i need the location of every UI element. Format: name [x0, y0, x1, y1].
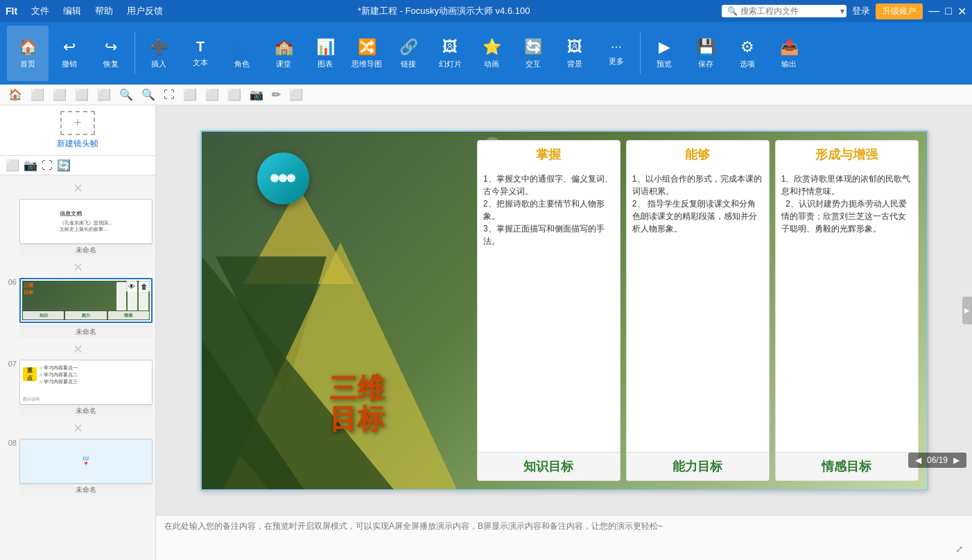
- notes-input[interactable]: [164, 520, 964, 555]
- maximize-button[interactable]: □: [945, 5, 952, 18]
- slide-label-08: 未命名: [19, 484, 153, 496]
- home-sub-icon[interactable]: 🏠: [6, 87, 25, 103]
- minimize-button[interactable]: —: [928, 5, 939, 18]
- toolbar-undo[interactable]: ↩ 撤销: [49, 26, 90, 81]
- layer-icon[interactable]: ⬜: [225, 87, 244, 103]
- toolbar-background-label: 背景: [567, 59, 582, 69]
- col-footer-1: 知识目标: [478, 452, 620, 480]
- menu-edit[interactable]: 编辑: [60, 3, 84, 19]
- slide-item-08-wrap: 08 02📍 未命名: [3, 439, 153, 496]
- toolbar-chart[interactable]: 📊 图表: [304, 26, 346, 81]
- toolbar-preview[interactable]: ▶ 预览: [643, 26, 685, 81]
- slide-title-line1: 三维: [216, 373, 499, 403]
- grid-icon[interactable]: ⬜: [202, 87, 222, 103]
- toolbar-more[interactable]: ⋯ 更多: [596, 26, 637, 81]
- toolbar-slideshow[interactable]: 🖼 幻灯片: [429, 26, 471, 81]
- toolbar-interact[interactable]: 🔄 交互: [512, 26, 554, 81]
- thumb-del-btn[interactable]: 🗑: [139, 281, 150, 292]
- thumb-eye-btn[interactable]: 👁: [126, 281, 137, 292]
- toolbar-save[interactable]: 💾 保存: [685, 26, 727, 81]
- notes-expand-button[interactable]: ⤢: [955, 543, 964, 554]
- col-body-3: 1、欣赏诗歌里体现的浓郁的民歌气息和抒情意味。 2、认识封建势力扼杀劳动人民爱情…: [776, 168, 918, 452]
- toolbar-home[interactable]: 🏠 首页: [7, 26, 49, 81]
- search-icon: 🔍: [727, 6, 738, 16]
- edit-icon[interactable]: ⬜: [286, 87, 306, 103]
- zoom-out-icon[interactable]: 🔍: [139, 87, 158, 103]
- zoom-in-icon[interactable]: 🔍: [116, 87, 136, 103]
- col-card-1[interactable]: 掌握 1、掌握文中的通假字、偏义复词、古今异义词。 2、把握诗歌的主要情节和人物…: [477, 140, 620, 481]
- search-input[interactable]: [740, 6, 838, 16]
- slide-canvas[interactable]: 6 三维 目标 掌握 1、掌握文中的通假字、偏义复词、古今异义词。 2、把握诗歌: [200, 130, 928, 491]
- menu-help[interactable]: 帮助: [92, 3, 116, 19]
- toolbar-classroom[interactable]: 🏫 课堂: [263, 26, 304, 81]
- toolbar-mindmap[interactable]: 🔀 思维导图: [346, 26, 388, 81]
- toolbar-background[interactable]: 🖼 背景: [554, 26, 596, 81]
- prev-page-btn[interactable]: ◀: [915, 455, 921, 465]
- toolbar-separator-2: [640, 33, 641, 74]
- canvas-content[interactable]: 6 三维 目标 掌握 1、掌握文中的通假字、偏义复词、古今异义词。 2、把握诗歌: [156, 105, 972, 515]
- copy-frame-icon[interactable]: ⬜: [50, 87, 69, 103]
- window-controls: — □ ✕: [928, 5, 966, 18]
- toolbar-character[interactable]: 👤 角色: [221, 26, 263, 81]
- col-card-2[interactable]: 能够 1、以小组合作的形式，完成本课的词语积累。 2、 指导学生反复朗读课文和分…: [626, 140, 770, 481]
- slideshow-icon: 🖼: [442, 38, 458, 56]
- toolbar-redo-label: 恢复: [103, 59, 119, 69]
- redo-icon: ↪: [105, 38, 117, 56]
- loop-tool[interactable]: 🔄: [57, 159, 71, 172]
- slide-num-07: 07: [3, 360, 17, 368]
- menu-file[interactable]: 文件: [28, 3, 52, 19]
- toolbar-more-label: 更多: [609, 56, 624, 67]
- main-toolbar: 🏠 首页 ↩ 撤销 ↪ 恢复 ➕ 插入 T 文本 👤 角色 🏫 课堂 📊 图表 …: [0, 22, 972, 85]
- slide-label-05: 未命名: [19, 244, 153, 256]
- fit-tool[interactable]: ⛶: [42, 159, 53, 172]
- left-decoration: 6 三维 目标: [202, 132, 506, 489]
- toolbar-link[interactable]: 🔗 链接: [388, 26, 429, 81]
- chart-icon: 📊: [316, 38, 335, 56]
- copy-frame-tool[interactable]: ⬜: [6, 159, 19, 172]
- toolbar-redo[interactable]: ↪ 恢复: [90, 26, 132, 81]
- classroom-icon: 🏫: [275, 38, 293, 56]
- slide-thumb-06[interactable]: 三维目标 知识 能力 情感: [19, 278, 153, 323]
- cut-icon[interactable]: ⬜: [72, 87, 92, 103]
- toolbar-insert[interactable]: ➕ 插入: [138, 26, 180, 81]
- frame-icon[interactable]: ⬜: [28, 87, 47, 103]
- camera-icon[interactable]: 📷: [247, 87, 266, 103]
- camera-tool[interactable]: 📷: [24, 159, 37, 172]
- slide-thumb-08[interactable]: 02📍: [19, 439, 153, 484]
- pen-icon[interactable]: ✏: [269, 87, 284, 103]
- columns-area: 掌握 1、掌握文中的通假字、偏义复词、古今异义词。 2、把握诗歌的主要情节和人物…: [477, 132, 927, 489]
- menu-feedback[interactable]: 用户反馈: [124, 3, 166, 19]
- toolbar-link-label: 链接: [401, 59, 416, 69]
- new-frame-button[interactable]: 新建镜头帧: [57, 111, 98, 150]
- search-dropdown-icon[interactable]: ▾: [840, 6, 844, 16]
- animation-icon: ⭐: [483, 38, 501, 56]
- app-logo: FIt: [6, 6, 17, 17]
- toolbar-export[interactable]: 📤 输出: [768, 26, 810, 81]
- toolbar-export-label: 输出: [781, 59, 797, 69]
- login-button[interactable]: 登录: [852, 5, 870, 17]
- slide-label-07: 未命名: [19, 405, 153, 417]
- toolbar-animation[interactable]: ⭐ 动画: [471, 26, 512, 81]
- search-box[interactable]: 🔍 ▾: [722, 5, 847, 17]
- next-page-btn[interactable]: ▶: [953, 455, 960, 465]
- slide-title-area: 三维 目标: [216, 373, 499, 434]
- page-indicator: ◀ 06/19 ▶: [908, 453, 966, 468]
- close-button[interactable]: ✕: [957, 5, 966, 18]
- main-area: 新建镜头帧 ⬜ 📷 ⛶ 🔄 ✕ 信息文档 《孔雀东南飞》: [0, 105, 972, 560]
- notes-area: ⤢: [156, 515, 972, 560]
- svg-point-3: [270, 174, 279, 182]
- fit-icon[interactable]: ⛶: [161, 87, 177, 103]
- divider-icon-07: ✕: [3, 339, 153, 360]
- toolbar-home-label: 首页: [20, 59, 35, 69]
- toolbar-text[interactable]: T 文本: [180, 26, 221, 81]
- toolbar-options[interactable]: ⚙ 选项: [727, 26, 768, 81]
- align-icon[interactable]: ⬜: [180, 87, 200, 103]
- right-panel-collapse[interactable]: ▶: [962, 297, 972, 324]
- col-card-3[interactable]: 形成与增强 1、欣赏诗歌里体现的浓郁的民歌气息和抒情意味。 2、认识封建势力扼杀…: [775, 140, 919, 481]
- paste-icon[interactable]: ⬜: [94, 87, 114, 103]
- slide-list: ✕ 信息文档 《孔雀东南飞》是我国... 文献史上最长的叙事...: [0, 175, 155, 560]
- slide-thumb-07[interactable]: 重点 ○ 学习内容要点一 ○ 学习内容要点二 ○ 学习内容要点三 图示说明: [19, 360, 153, 405]
- col-footer-2: 能力目标: [627, 452, 769, 480]
- upgrade-button[interactable]: 升级账户: [876, 3, 923, 19]
- slide-thumb-05[interactable]: 信息文档 《孔雀东南飞》是我国... 文献史上最长的叙事...: [19, 199, 153, 244]
